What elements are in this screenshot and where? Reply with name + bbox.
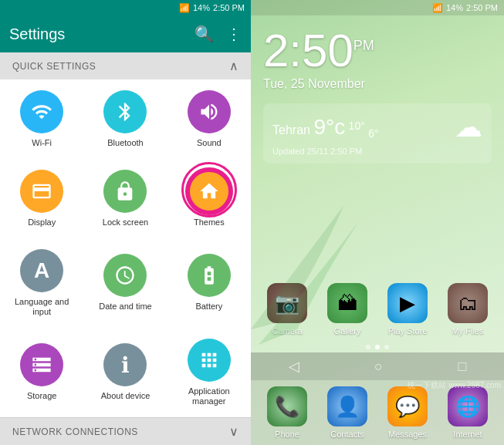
weather-city: Tehran: [272, 123, 310, 137]
wifi-label: Wi-Fi: [32, 138, 52, 148]
home-button[interactable]: ○: [374, 359, 383, 375]
appmanager-label: Application manager: [174, 386, 245, 406]
bluetooth-icon: [103, 90, 147, 133]
playstore-app-icon: ▶: [387, 283, 428, 323]
contacts-dock-icon: 👤: [327, 386, 367, 426]
lockscreen-icon: [103, 170, 147, 213]
myfiles-app-icon: 🗂: [448, 283, 488, 323]
weather-temp-low: 6°: [368, 127, 378, 140]
language-label: Language and input: [6, 297, 77, 317]
home-panel: 📶 14% 2:50 PM 2:50PM Tue, 25 November Te…: [251, 0, 504, 445]
phone-dock-icon: 📞: [267, 386, 307, 426]
status-bar-left: 📶 14% 2:50 PM: [0, 0, 251, 15]
setting-item-wifi[interactable]: Wi-Fi: [0, 79, 83, 159]
display-icon: [20, 170, 63, 213]
setting-item-language[interactable]: A Language and input: [0, 238, 83, 328]
weather-widget[interactable]: Tehran 9°c 10° 6° ☁ Updated 25/11 2:50 P…: [263, 103, 492, 164]
phone-dock-label: Phone: [275, 430, 299, 439]
lockscreen-label: Lock screen: [103, 217, 148, 228]
time-status-right: 2:50 PM: [466, 3, 498, 12]
themes-icon: [188, 170, 231, 213]
home-nav-bar: ◁ ○ □: [251, 352, 504, 380]
search-icon[interactable]: 🔍: [194, 25, 214, 43]
battery-status-left: 14%: [193, 3, 210, 12]
home-date: Tue, 25 November: [263, 77, 492, 91]
status-bar-right: 📶 14% 2:50 PM: [251, 0, 504, 15]
app-myfiles[interactable]: 🗂 My Files: [448, 283, 488, 335]
network-connections-bar: NETWORK CONNECTIONS ∨: [0, 417, 251, 445]
display-label: Display: [28, 217, 56, 228]
leaf-decoration: [251, 190, 374, 345]
internet-dock-icon: 🌐: [448, 386, 488, 426]
about-label: About device: [101, 391, 151, 401]
language-icon: A: [20, 249, 63, 292]
setting-item-appmanager[interactable]: Application manager: [167, 328, 251, 417]
back-button[interactable]: ◁: [289, 358, 299, 375]
wifi-status-icon: 📶: [179, 3, 190, 13]
playstore-app-label: Play Store: [388, 326, 428, 335]
about-icon: ℹ: [103, 343, 147, 386]
storage-icon: [20, 343, 63, 386]
more-options-icon[interactable]: ⋮: [226, 25, 242, 43]
setting-item-storage[interactable]: Storage: [0, 328, 83, 417]
home-time-suffix: PM: [353, 38, 374, 53]
datetime-label: Date and time: [99, 302, 151, 312]
setting-item-themes[interactable]: Themes: [167, 159, 251, 238]
quick-settings-label: QUICK SETTINGS: [12, 61, 96, 72]
settings-panel: 📶 14% 2:50 PM Settings 🔍 ⋮ QUICK SETTING…: [0, 0, 251, 445]
storage-label: Storage: [27, 391, 57, 401]
expand-icon[interactable]: ∨: [229, 424, 238, 439]
sound-icon: [188, 90, 231, 133]
home-spacer: [251, 170, 504, 277]
setting-item-display[interactable]: Display: [0, 159, 83, 238]
internet-dock-label: Internet: [453, 430, 482, 439]
watermark: 统一下载站 www.2987.com: [408, 380, 501, 391]
messages-dock-label: Messages: [388, 430, 427, 439]
collapse-icon[interactable]: ∧: [229, 59, 238, 73]
dot-2: [375, 345, 380, 349]
themes-label: Themes: [194, 217, 225, 228]
dock-messages[interactable]: 💬 Messages: [387, 386, 428, 439]
setting-item-sound[interactable]: Sound: [167, 79, 251, 159]
messages-dock-icon: 💬: [387, 386, 428, 426]
dot-3: [384, 345, 389, 349]
home-clock: 2:50PM: [263, 28, 492, 74]
settings-grid: Wi-Fi Bluetooth Sound: [0, 79, 251, 417]
myfiles-app-label: My Files: [452, 326, 484, 335]
weather-temp: 9°c: [313, 115, 345, 139]
battery-icon: [188, 254, 231, 297]
weather-updated: Updated 25/11 2:50 PM: [272, 147, 482, 156]
weather-main: Tehran 9°c 10° 6° ☁: [272, 111, 482, 143]
contacts-dock-label: Contacts: [330, 430, 364, 439]
dock-phone[interactable]: 📞 Phone: [267, 386, 307, 439]
toolbar-icons: 🔍 ⋮: [194, 25, 242, 43]
time-status-left: 2:50 PM: [213, 3, 245, 12]
network-connections-label: NETWORK CONNECTIONS: [12, 426, 138, 437]
appmanager-icon: [188, 339, 231, 382]
setting-item-battery[interactable]: Battery: [167, 238, 251, 328]
setting-item-bluetooth[interactable]: Bluetooth: [83, 79, 167, 159]
app-playstore[interactable]: ▶ Play Store: [387, 283, 428, 335]
wifi-icon: [20, 90, 63, 133]
setting-item-datetime[interactable]: Date and time: [83, 238, 167, 328]
wifi-status-right: 📶: [432, 3, 443, 13]
recents-button[interactable]: □: [458, 359, 466, 375]
dot-1: [366, 345, 370, 349]
home-time-area: 2:50PM Tue, 25 November: [251, 15, 504, 97]
weather-temp-high: 10°: [349, 120, 365, 132]
dock-internet[interactable]: 🌐 Internet: [448, 386, 488, 439]
sound-label: Sound: [197, 138, 222, 148]
quick-settings-header: QUICK SETTINGS ∧: [0, 52, 251, 79]
battery-status-right: 14%: [446, 3, 463, 12]
settings-title: Settings: [9, 25, 194, 43]
datetime-icon: [103, 254, 147, 297]
battery-label: Battery: [195, 302, 222, 312]
setting-item-about[interactable]: ℹ About device: [83, 328, 167, 417]
dock-contacts[interactable]: 👤 Contacts: [327, 386, 367, 439]
bluetooth-label: Bluetooth: [107, 138, 143, 148]
weather-cloud-icon: ☁: [455, 111, 482, 143]
setting-item-lockscreen[interactable]: Lock screen: [83, 159, 167, 238]
settings-toolbar: Settings 🔍 ⋮: [0, 15, 251, 52]
